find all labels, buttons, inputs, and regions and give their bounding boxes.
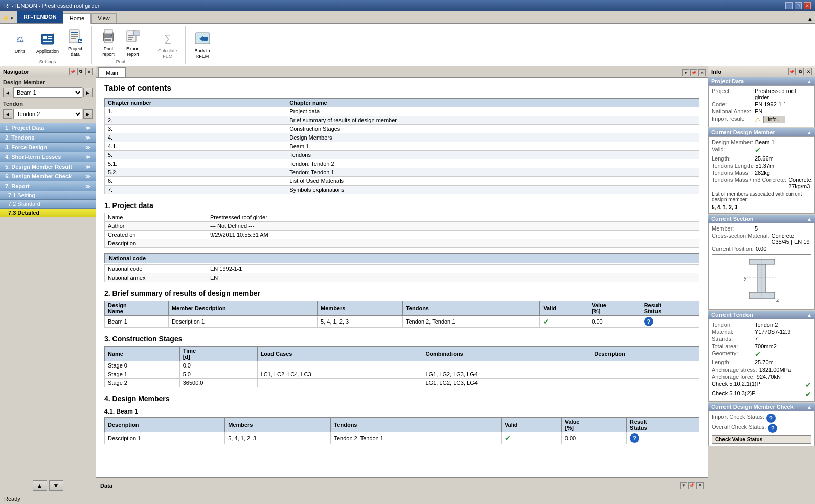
nav-up-btn[interactable]: ▲ [33, 480, 47, 491]
section41-title: 4.1. Beam 1 [104, 408, 699, 415]
design-member-next-btn[interactable]: ► [83, 88, 93, 97]
info-tendon-geometry-row: Geometry: ✔ [712, 350, 811, 358]
design-member-prev-btn[interactable]: ◄ [3, 88, 12, 97]
tendon-prev-btn[interactable]: ◄ [3, 109, 12, 119]
back-to-rfem-button[interactable]: Back toRFEM [191, 29, 214, 61]
tab-view[interactable]: View [91, 13, 117, 23]
data-row: National annexEN [105, 273, 699, 282]
info-project-row: Project: Prestressed roof girder [712, 88, 811, 100]
check-value-status: Check Value Status [712, 435, 811, 444]
nav-item-6[interactable]: 6. Design Member Check ≫ [0, 172, 96, 181]
stage-row: Stage 236500.0LG1, LG2, LG3, LG4 [105, 379, 699, 387]
tendon-next-btn[interactable]: ► [83, 109, 93, 119]
minimize-button[interactable]: ─ [785, 2, 793, 9]
data-panel-close-btn[interactable]: ✕ [696, 482, 704, 489]
tab-main[interactable]: Main [98, 67, 126, 77]
info-import-check-row: Import Check Status: ? [712, 414, 811, 423]
svg-rect-11 [79, 40, 80, 42]
info-cs-collapse[interactable]: ▲ [807, 216, 812, 222]
nav-item-2[interactable]: 2. Tendons ≫ [0, 133, 96, 143]
info-section-material-row: Cross-section Material: Concrete C35/45 … [712, 233, 811, 245]
print-report-button[interactable]: Printreport [97, 27, 120, 59]
tab-home[interactable]: Home [63, 13, 91, 24]
data-panel-pin-btn[interactable]: 📌 [688, 482, 695, 489]
stages-table: Name Time[d] Load Cases Combinations Des… [104, 346, 699, 387]
calculate-fem-button[interactable]: ∑ CalculateFEM [154, 29, 181, 61]
info-panel: Info 📌 ⧉ ✕ Project Data ▲ Project: Prest… [708, 66, 815, 493]
nav-float-btn[interactable]: ⧉ [77, 68, 84, 75]
close-button[interactable]: ✕ [804, 2, 811, 9]
ribbon-group-print: Printreport Exportreport Print [93, 26, 149, 64]
info-members-value: 5, 4, 1, 2, 3 [712, 203, 811, 211]
info-project-data-content: Project: Prestressed roof girder Code: E… [708, 85, 815, 127]
nav-item-5[interactable]: 5. Design Member Result ≫ [0, 162, 96, 172]
section2-title: 2. Brief summary of results of design me… [104, 289, 699, 297]
valid-check-icon: ✔ [755, 146, 761, 154]
svg-rect-17 [105, 40, 111, 41]
nav-down-btn[interactable]: ▼ [49, 480, 63, 491]
nav-item-2-expand: ≫ [85, 135, 90, 141]
nav-tree: 1. Project Data ≫ 2. Tendons ≫ 3. Force … [0, 123, 96, 217]
svg-point-18 [111, 35, 112, 36]
info-section-content: Member: 5 Cross-section Material: Concre… [708, 223, 815, 310]
nav-item-4-expand: ≫ [85, 154, 90, 160]
info-float-btn[interactable]: ⧉ [797, 68, 804, 75]
svg-rect-26 [203, 37, 208, 41]
qat-icon1[interactable]: ⚡ [2, 15, 10, 22]
info-import-btn[interactable]: Info... [763, 116, 785, 123]
content-tab-controls: ▼ 📌 ✕ [682, 69, 706, 76]
tendon-select[interactable]: Tendon 2 [13, 109, 82, 119]
info-close-btn[interactable]: ✕ [805, 68, 812, 75]
data-panel-filter-btn[interactable]: ▼ [680, 482, 687, 489]
calculate-icon: ∑ [160, 31, 176, 47]
navigator-panel: Navigator 📌 ⧉ ✕ Design Member ◄ Beam 1 ►… [0, 66, 96, 493]
toc-row: 5.2.Tendon: Tendon 1 [105, 168, 699, 177]
toc-col-name: Chapter name [286, 99, 699, 107]
info-design-member-header: Current Design Member ▲ [708, 128, 815, 136]
svg-rect-6 [71, 32, 78, 33]
info-dm-tlength-row: Tendons Length: 51.37m [712, 163, 811, 169]
info-pin-btn[interactable]: 📌 [788, 68, 796, 75]
nav-sub-73[interactable]: 7.3 Detailed [0, 209, 96, 217]
qat-dropdown[interactable]: ▾ [11, 16, 13, 21]
project-data-button[interactable]: Projectdata [63, 27, 87, 59]
content-close-btn[interactable]: ✕ [698, 69, 706, 76]
info-ct-collapse[interactable]: ▲ [807, 312, 812, 318]
export-report-button[interactable]: Exportreport [121, 27, 145, 59]
app-tab[interactable]: RF-TENDON [17, 11, 63, 23]
nav-item-4[interactable]: 4. Short-term Losses ≫ [0, 152, 96, 162]
info-tendon-name-row: Tendon: Tendon 2 [712, 322, 811, 328]
back-icon [194, 31, 211, 47]
content-tab-bar: Main ▼ 📌 ✕ [96, 66, 708, 78]
status-bar: Ready [0, 493, 815, 504]
window-controls: ─ □ ✕ [785, 2, 811, 9]
print-icon [100, 29, 117, 45]
content-filter-btn[interactable]: ▼ [682, 69, 689, 76]
content-pin-btn[interactable]: 📌 [690, 69, 697, 76]
svg-rect-21 [128, 35, 133, 36]
info-dm-collapse[interactable]: ▲ [807, 130, 812, 135]
design-member-select[interactable]: Beam 1 [13, 87, 82, 98]
project-data-table: NamePrestressed roof girder Author--- No… [104, 213, 699, 248]
toc-row: 3.Construction Stages [105, 125, 699, 133]
info-tendon-strands-row: Strands: 7 [712, 336, 811, 342]
nav-item-7[interactable]: 7. Report ≫ [0, 181, 96, 191]
nav-sub-71[interactable]: 7.1 Setting [0, 191, 96, 200]
nav-item-1[interactable]: 1. Project Data ≫ [0, 123, 96, 133]
info-section-collapse[interactable]: ▲ [807, 79, 812, 84]
ribbon-collapse-btn[interactable]: ▲ [807, 16, 813, 22]
nav-sub-72[interactable]: 7.2 Standard [0, 200, 96, 209]
info-dc-collapse[interactable]: ▲ [807, 404, 812, 410]
nav-close-btn[interactable]: ✕ [85, 68, 93, 75]
svg-rect-4 [43, 41, 52, 42]
info-tendon-material-row: Material: Y1770S7-12.9 [712, 329, 811, 335]
nav-pin-btn[interactable]: 📌 [69, 68, 76, 75]
nav-item-3[interactable]: 3. Force Design ≫ [0, 143, 96, 152]
stage-row: Stage 00.0 [105, 361, 699, 370]
section3-title: 3. Construction Stages [104, 335, 699, 343]
info-tendon-anchorage-force-row: Anchorage force: 924.70kN [712, 374, 811, 380]
application-button[interactable]: Application [33, 29, 62, 56]
restore-button[interactable]: □ [795, 2, 802, 9]
center-area: Main ▼ 📌 ✕ Table of contents Chapter num… [96, 66, 708, 493]
units-button[interactable]: ⚖ Units [8, 29, 32, 56]
